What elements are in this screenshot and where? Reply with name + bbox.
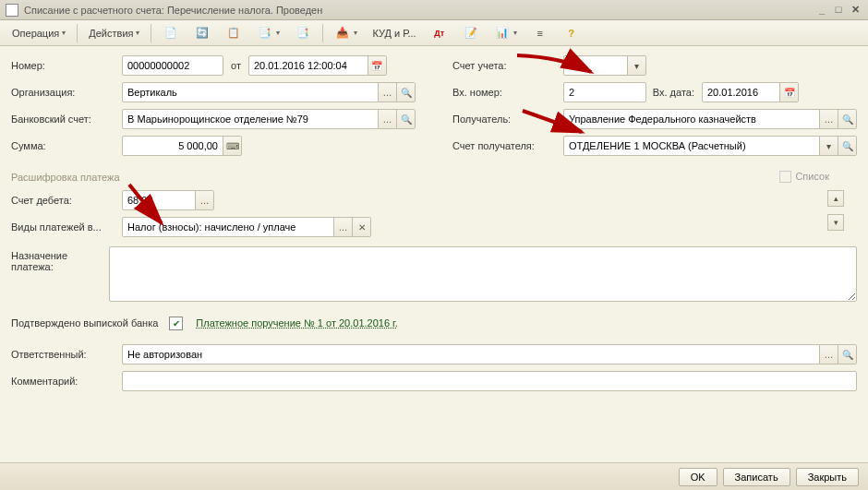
sum-label: Сумма: [11, 140, 122, 151]
comment-input[interactable] [123, 372, 856, 390]
scroll-up-button[interactable]: ▴ [827, 190, 844, 207]
bankacc-field[interactable]: … 🔍 [122, 109, 416, 129]
ellipsis-icon[interactable]: … [378, 83, 396, 102]
window-title: Списание с расчетного счета: Перечислени… [24, 5, 322, 16]
ellipsis-icon[interactable]: … [195, 191, 213, 209]
calendar-icon[interactable]: 📅 [368, 56, 386, 75]
toolbar-icon-2[interactable]: 🔄 [187, 23, 217, 43]
inno-field[interactable] [563, 82, 646, 102]
ellipsis-icon[interactable]: … [378, 110, 396, 128]
scroll-down-button[interactable]: ▾ [827, 214, 844, 231]
toolbar-icon-5[interactable]: 📑 [288, 23, 318, 43]
operation-menu[interactable]: Операция [6, 23, 72, 43]
debit-field[interactable]: … [122, 190, 214, 210]
from-label: от [223, 60, 248, 71]
toolbar-icon-8[interactable]: 📊 [488, 23, 524, 43]
recipient-input[interactable] [564, 110, 819, 128]
ellipsis-icon[interactable]: … [819, 110, 838, 128]
clear-icon[interactable]: ✕ [352, 218, 370, 236]
ellipsis-icon[interactable]: … [819, 345, 838, 364]
inno-input[interactable] [564, 83, 645, 102]
recacct-label: Счет получателя: [452, 140, 563, 151]
acct-label: Счет учета: [452, 60, 563, 71]
ok-button[interactable]: OK [679, 468, 717, 486]
indate-input[interactable] [703, 83, 779, 102]
search-icon[interactable]: 🔍 [838, 110, 856, 128]
sum-field[interactable]: ⌨ [122, 136, 242, 156]
responsible-input[interactable] [123, 345, 819, 364]
toolbar-icon-6[interactable]: 📥 [328, 23, 364, 43]
list-checkbox[interactable] [779, 171, 791, 183]
list-toggle[interactable]: Список [779, 171, 829, 183]
date-input[interactable] [249, 56, 368, 75]
list-label: Список [795, 171, 829, 182]
bankacc-input[interactable] [123, 110, 378, 128]
document-icon [6, 4, 18, 17]
bankacc-label: Банковский счет: [11, 114, 122, 125]
recacct-field[interactable]: ▾ 🔍 [563, 136, 857, 156]
responsible-label: Ответственный: [11, 349, 122, 360]
dtkt-icon[interactable]: Дт [425, 23, 454, 43]
acct-field[interactable]: ▾ [563, 55, 646, 76]
org-field[interactable]: … 🔍 [122, 82, 416, 102]
sum-input[interactable] [123, 137, 223, 155]
number-field[interactable] [122, 55, 223, 76]
comment-field[interactable] [122, 371, 857, 391]
paytype-label: Виды платежей в... [11, 221, 122, 233]
responsible-field[interactable]: … 🔍 [122, 344, 857, 365]
date-field[interactable]: 📅 [248, 55, 387, 76]
debit-label: Счет дебета: [11, 195, 122, 206]
confirmed-checkbox[interactable] [169, 317, 183, 330]
recacct-input[interactable] [564, 137, 819, 155]
debit-input[interactable] [123, 191, 195, 209]
kudr-button[interactable]: КУД и Р... [366, 23, 422, 43]
help-icon[interactable]: ? [557, 23, 586, 43]
toolbar: Операция Действия 📄 🔄 📋 📑 📑 📥 КУД и Р...… [0, 20, 868, 46]
left-column: Номер: от 📅 Организация: … 🔍 [11, 55, 416, 162]
recipient-label: Получатель: [452, 114, 563, 125]
right-column: Счет учета: ▾ Вх. номер: Вх. дата: 📅 Пол [452, 55, 857, 162]
purpose-textarea[interactable] [109, 246, 857, 302]
search-icon[interactable]: 🔍 [838, 345, 856, 364]
acct-input[interactable] [564, 56, 627, 75]
org-label: Организация: [11, 87, 122, 98]
toolbar-icon-1[interactable]: 📄 [156, 23, 186, 43]
dropdown-icon[interactable]: ▾ [819, 137, 838, 155]
recipient-field[interactable]: … 🔍 [563, 109, 857, 129]
org-input[interactable] [123, 83, 378, 102]
confirmed-label: Подтверждено выпиской банка [11, 317, 158, 329]
number-label: Номер: [11, 60, 122, 71]
number-input[interactable] [123, 56, 223, 75]
indate-label: Вх. дата: [646, 87, 702, 98]
search-icon[interactable]: 🔍 [396, 83, 415, 102]
paytype-field[interactable]: … ✕ [122, 217, 371, 237]
section-title: Расшифровка платежа [11, 172, 120, 183]
toolbar-icon-4[interactable]: 📑 [250, 23, 286, 43]
purpose-label: Назначение платежа: [11, 246, 109, 272]
search-icon[interactable]: 🔍 [396, 110, 415, 128]
close-button[interactable]: Закрыть [796, 468, 859, 486]
minimize-button[interactable]: _ [814, 4, 829, 17]
calendar-icon[interactable]: 📅 [779, 83, 798, 102]
dropdown-icon[interactable]: ▾ [627, 56, 645, 75]
inno-label: Вх. номер: [452, 87, 563, 98]
search-icon[interactable]: 🔍 [838, 137, 856, 155]
toolbar-icon-3[interactable]: 📋 [219, 23, 248, 43]
maximize-button[interactable]: □ [831, 4, 846, 17]
toolbar-icon-9[interactable]: ≡ [525, 23, 555, 43]
save-button[interactable]: Записать [723, 468, 790, 486]
toolbar-icon-7[interactable]: 📝 [456, 23, 486, 43]
payment-order-link[interactable]: Платежное поручение № 1 от 20.01.2016 г. [196, 317, 397, 329]
ellipsis-icon[interactable]: … [333, 218, 352, 236]
calculator-icon[interactable]: ⌨ [223, 137, 241, 155]
indate-field[interactable]: 📅 [702, 82, 799, 102]
title-bar: Списание с расчетного счета: Перечислени… [0, 0, 868, 20]
close-window-button[interactable]: ✕ [848, 4, 862, 17]
comment-label: Комментарий: [11, 376, 122, 387]
paytype-input[interactable] [123, 218, 333, 236]
bottom-bar: OK Записать Закрыть [0, 462, 868, 490]
form-content: Номер: от 📅 Организация: … 🔍 [0, 46, 868, 391]
actions-menu[interactable]: Действия [82, 23, 146, 43]
